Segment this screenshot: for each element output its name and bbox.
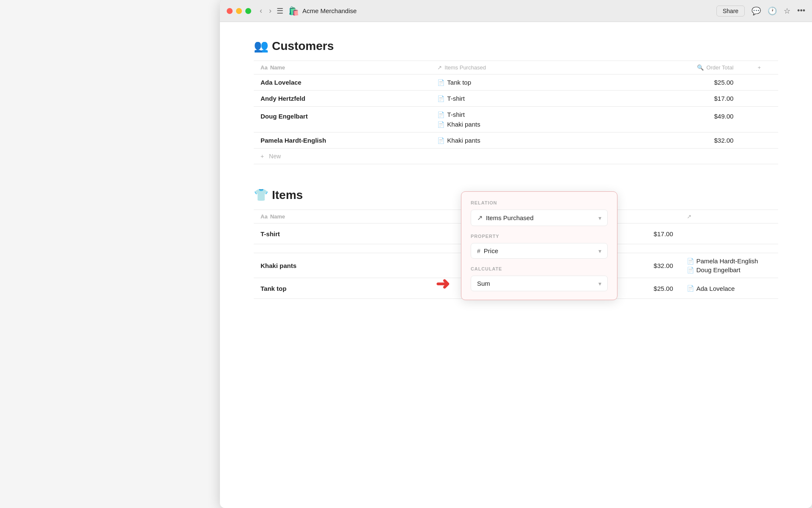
titlebar-title: 🛍️ Acme Merchandise [288, 6, 357, 16]
chevron-down-icon2: ▾ [598, 248, 601, 254]
titlebar: ‹ › ☰ 🛍️ Acme Merchandise Share 💬 🕐 ☆ ••… [220, 0, 812, 22]
col-name: Aa Name [254, 61, 431, 75]
new-row-label[interactable]: + New [254, 149, 778, 164]
items-emoji: 👕 [254, 188, 269, 202]
chevron-down-icon: ▾ [598, 215, 601, 221]
item-name: T-shirt [254, 224, 483, 244]
maximize-button[interactable] [245, 8, 251, 14]
plus-icon: + [261, 153, 264, 160]
customers-emoji: 👥 [254, 39, 269, 53]
customer-name: Pamela Hardt-English [254, 133, 431, 149]
new-row[interactable]: + New [254, 149, 778, 164]
popup-relation-label: RELATION [471, 200, 608, 205]
main-content: 👥 Customers Aa Name ↗ Items Purchased [220, 22, 812, 508]
minimize-button[interactable] [236, 8, 242, 14]
doc-icon: 📄 [437, 137, 444, 144]
customers-table: Aa Name ↗ Items Purchased 🔍 Order [254, 61, 778, 164]
popup-relation-icon: ↗ [477, 214, 483, 222]
customer-total: $49.00 [626, 107, 740, 133]
doc-icon: 📄 [437, 79, 444, 86]
popup: RELATION ↗ Items Purchased ▾ PROPERTY # … [461, 191, 617, 300]
customer-total: $25.00 [626, 75, 740, 91]
table-row: Ada Lovelace 📄 Tank top $25.00 [254, 75, 778, 91]
item-refs [680, 244, 779, 253]
item-refs: 📄 Ada Lovelace [680, 278, 779, 299]
history-icon[interactable]: 🕐 [768, 6, 777, 16]
search-icon: 🔍 [697, 64, 704, 71]
items-heading: Items [272, 188, 303, 202]
popup-relation-row[interactable]: ↗ Items Purchased ▾ [471, 210, 608, 226]
relation-icon: ↗ [437, 64, 442, 71]
relation-icon2: ↗ [687, 213, 691, 220]
customer-items: 📄 T-shirt 📄 Khaki pants [431, 107, 626, 133]
customer-name: Ada Lovelace [254, 75, 431, 91]
titlebar-actions: Share 💬 🕐 ☆ ••• [716, 6, 805, 17]
popup-property-label: PROPERTY [471, 234, 608, 239]
table-row: Andy Hertzfeld 📄 T-shirt $17.00 [254, 91, 778, 107]
comment-icon[interactable]: 💬 [752, 6, 761, 16]
chevron-down-icon3: ▾ [598, 280, 601, 287]
customers-heading: Customers [272, 39, 334, 53]
doc-icon: 📄 [437, 121, 444, 128]
customers-table-header: Aa Name ↗ Items Purchased 🔍 Order [254, 61, 778, 75]
col-order-total: 🔍 Order Total [626, 61, 740, 75]
table-row: Pamela Hardt-English 📄 Khaki pants $32.0… [254, 133, 778, 149]
nav-back-button[interactable]: ‹ [258, 6, 264, 16]
customers-section-heading: 👥 Customers [254, 39, 778, 53]
app-title: Acme Merchandise [302, 7, 357, 14]
popup-calculate-value: Sum [477, 280, 490, 287]
doc-icon: 📄 [687, 285, 694, 292]
customer-items: 📄 Tank top [431, 75, 626, 91]
share-button[interactable]: Share [716, 6, 745, 17]
customer-name: Andy Hertzfeld [254, 91, 431, 107]
app-window: ‹ › ☰ 🛍️ Acme Merchandise Share 💬 🕐 ☆ ••… [220, 0, 812, 508]
popup-calculate-row[interactable]: Sum ▾ [471, 276, 608, 291]
doc-icon: 📄 [437, 95, 444, 102]
popup-relation-value: Items Purchased [486, 214, 534, 221]
bookmark-icon[interactable]: ☆ [784, 6, 790, 16]
arrow-indicator: ➜ [436, 274, 450, 293]
col-item-name: Aa Name [254, 210, 483, 224]
popup-content: RELATION ↗ Items Purchased ▾ PROPERTY # … [461, 191, 617, 300]
close-button[interactable] [227, 8, 233, 14]
nav-forward-button[interactable]: › [267, 6, 273, 16]
app-icon: 🛍️ [288, 6, 299, 16]
more-icon[interactable]: ••• [797, 6, 805, 15]
customer-total: $17.00 [626, 91, 740, 107]
aa-icon: Aa [261, 64, 268, 71]
item-name [254, 244, 483, 253]
doc-icon: 📄 [437, 111, 444, 118]
col-add[interactable]: + [740, 61, 778, 75]
aa-icon: Aa [261, 213, 268, 220]
customer-items: 📄 T-shirt [431, 91, 626, 107]
add-column-icon[interactable]: + [757, 64, 761, 71]
doc-icon: 📄 [687, 267, 694, 273]
popup-calculate-label: CALCULATE [471, 266, 608, 271]
customer-total: $32.00 [626, 133, 740, 149]
customer-name: Doug Engelbart [254, 107, 431, 133]
customer-items: 📄 Khaki pants [431, 133, 626, 149]
nav-buttons: ‹ › [258, 6, 273, 16]
doc-icon: 📄 [687, 258, 694, 265]
hash-icon2: # [477, 248, 480, 254]
table-row: Doug Engelbart 📄 T-shirt 📄 Khaki pants $… [254, 107, 778, 133]
item-refs: 📄 Pamela Hardt-English 📄 Doug Engelbart [680, 253, 779, 278]
item-refs [680, 224, 779, 244]
traffic-lights [227, 8, 251, 14]
popup-property-row[interactable]: # Price ▾ [471, 243, 608, 259]
menu-icon[interactable]: ☰ [277, 6, 283, 16]
col-items-purchased: ↗ Items Purchased [431, 61, 626, 75]
col-relation: ↗ [680, 210, 779, 224]
popup-property-value: Price [484, 247, 498, 254]
